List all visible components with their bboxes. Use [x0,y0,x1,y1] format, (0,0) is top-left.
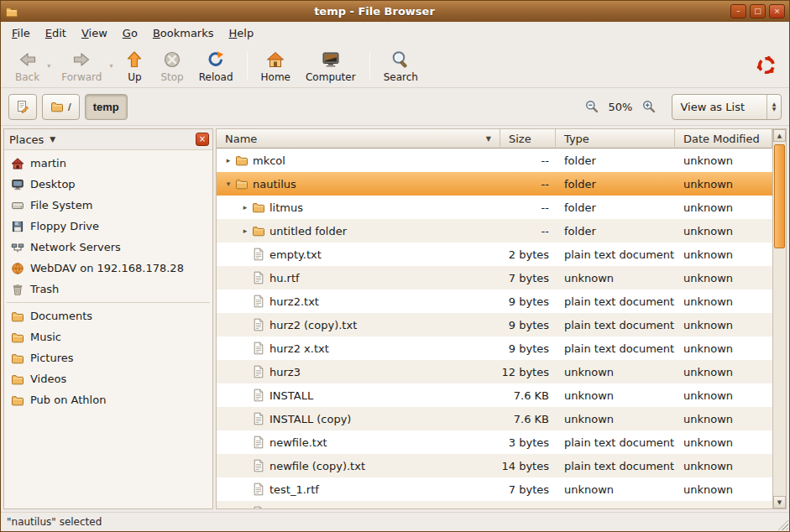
toolbar-separator [369,52,370,80]
minimize-button[interactable]: – [730,4,746,18]
sidebar-item-floppy-drive[interactable]: Floppy Drive [4,216,212,237]
path-button-root[interactable]: / [42,94,80,120]
sidebar-item-label: Videos [30,373,66,385]
file-row[interactable]: newfile.txt3 bytesplain text documentunk… [217,430,772,454]
collapse-expander-icon[interactable]: ▾ [222,180,235,188]
column-header-name[interactable]: Name▼ [217,129,500,149]
menubar: FileEditViewGoBookmarksHelp [1,22,789,44]
sidebar-item-pub-on-athlon[interactable]: Pub on Athlon [4,389,212,410]
stop-button-group: Stop [153,47,191,85]
toggle-location-entry-button[interactable] [8,94,37,120]
file-row[interactable]: INSTALL7.6 KBunknownunknown [217,383,772,407]
up-arrow-icon [124,50,144,70]
type-cell: plain text document [556,430,675,454]
path-current-label: temp [93,101,119,113]
file-row[interactable]: ▸mkcol--folderunknown [217,149,772,172]
reload-button[interactable]: Reload [191,47,241,85]
text-file-icon [252,295,265,308]
expand-expander-icon[interactable]: ▸ [222,156,235,164]
sidebar-item-videos[interactable]: Videos [4,368,212,389]
sidebar-item-file-system[interactable]: File System [4,195,212,216]
titlebar[interactable]: temp - File Browser – □ × [1,1,789,22]
sidebar-item-desktop[interactable]: Desktop [4,174,212,195]
tree-indent [222,231,238,232]
toolbar-button-label: Search [384,71,418,83]
expand-expander-icon[interactable]: ▸ [238,203,252,211]
sidebar-item-label: WebDAV on 192.168.178.28 [30,262,184,274]
sidebar-item-webdav-on-192-168-178-28[interactable]: WebDAV on 192.168.178.28 [4,258,212,279]
type-cell: unknown [556,266,675,289]
file-row[interactable]: hurz2 x.txt9 bytesplain text documentunk… [217,336,772,360]
forward-button: Forward [54,47,109,85]
scrollbar-thumb[interactable] [774,144,785,248]
menu-view[interactable]: View [74,24,115,42]
file-row[interactable]: hu.rtf7 bytesunknownunknown [217,266,772,289]
sidebar-close-button[interactable]: × [196,133,209,146]
scroll-down-button[interactable]: ▼ [773,496,786,509]
name-cell: INSTALL [217,383,500,407]
type-cell: folder [556,219,675,243]
zoom-out-button[interactable] [583,97,601,116]
menu-edit[interactable]: Edit [38,24,74,42]
file-row[interactable]: test_1.rtf7 bytesunknownunknown [217,477,772,501]
maximize-button[interactable]: □ [750,4,766,18]
scrollbar-track[interactable] [773,142,786,496]
file-row[interactable]: untitled folder (2)1.7 KBunknownunknown [217,501,772,509]
spinner-arrows-icon[interactable]: ▲▼ [766,95,781,119]
file-row[interactable]: hurz2.txt9 bytesplain text documentunkno… [217,289,772,313]
folder-icon [252,201,265,214]
scroll-up-button[interactable]: ▲ [773,129,786,142]
up-button-group: Up [116,47,153,85]
view-mode-select[interactable]: View as List ▲▼ [672,94,782,120]
sidebar-item-documents[interactable]: Documents [4,305,212,326]
search-button[interactable]: Search [376,47,426,85]
file-row[interactable]: hurz2 (copy).txt9 bytesplain text docume… [217,313,772,336]
path-button-current[interactable]: temp [85,94,128,120]
menu-bookmarks[interactable]: Bookmarks [145,24,222,42]
menu-go[interactable]: Go [115,24,145,42]
file-row[interactable]: empty.txt2 bytesplain text documentunkno… [217,243,772,266]
expand-expander-icon[interactable]: ▸ [238,227,252,235]
zoom-level: 50% [609,101,633,113]
column-header-date-modified[interactable]: Date Modified [675,129,772,149]
file-row[interactable]: ▸untitled folder--folderunknown [217,219,772,243]
close-button[interactable]: × [769,4,785,18]
file-row[interactable]: hurz312 bytesunknownunknown [217,360,772,383]
sidebar-item-network-servers[interactable]: Network Servers [4,237,212,258]
size-cell: -- [500,196,556,219]
network-icon [11,241,24,254]
file-row[interactable]: ▾nautilus--folderunknown [217,172,772,196]
column-header-size[interactable]: Size [500,129,556,149]
date-modified-cell: unknown [675,149,772,172]
status-text: "nautilus" selected [7,516,102,528]
sidebar-item-pictures[interactable]: Pictures [4,347,212,368]
sidebar-item-martin[interactable]: martin [4,153,212,174]
file-row[interactable]: newfile (copy).txt14 bytesplain text doc… [217,454,772,477]
sort-indicator-icon: ▼ [481,135,491,143]
up-button[interactable]: Up [116,47,153,85]
places-selector-button[interactable]: Places ▼ [9,133,196,146]
zoom-in-button[interactable] [640,97,658,116]
type-cell: unknown [556,407,675,430]
date-modified-cell: unknown [675,360,772,383]
menu-file[interactable]: File [4,24,38,42]
folder-icon [11,352,24,365]
computer-button[interactable]: Computer [298,47,364,85]
column-header-type[interactable]: Type [556,129,675,149]
vertical-scrollbar[interactable]: ▲ ▼ [772,129,786,509]
resize-grip[interactable] [777,519,788,530]
date-modified-cell: unknown [675,336,772,360]
name-cell: empty.txt [217,243,500,266]
sidebar-item-music[interactable]: Music [4,326,212,347]
file-row[interactable]: INSTALL (copy)7.6 KBunknownunknown [217,407,772,430]
places-list: martinDesktopFile SystemFloppy DriveNetw… [4,150,212,509]
size-cell: 9 bytes [500,289,556,313]
date-modified-cell: unknown [675,383,772,407]
sidebar-header: Places ▼ × [4,129,212,150]
menu-help[interactable]: Help [222,24,262,42]
file-row[interactable]: ▸litmus--folderunknown [217,196,772,219]
sidebar-item-trash[interactable]: Trash [4,279,212,300]
home-button[interactable]: Home [254,47,298,85]
size-cell: 9 bytes [500,336,556,360]
stop-button: Stop [153,47,191,85]
